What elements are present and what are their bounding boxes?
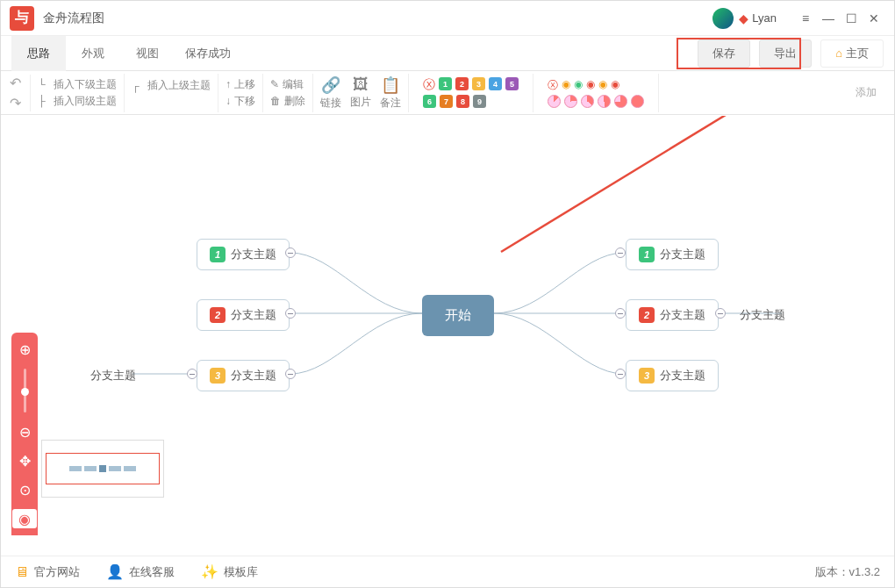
node-left-1[interactable]: 1分支主题 [197, 239, 290, 270]
pie-37[interactable] [581, 95, 594, 108]
undo-button[interactable]: ↶ [10, 75, 21, 91]
marker-row-bottom: 6789 [416, 95, 526, 108]
zoom-out-button[interactable]: ⊖ [15, 422, 34, 441]
port[interactable] [285, 369, 296, 379]
image-label: 图片 [350, 95, 371, 110]
zoom-sidebar: ⊕ ⊖ ✥ ⊙ ◉ [11, 333, 38, 535]
badge-1: 1 [210, 247, 226, 262]
app-logo: 与 [10, 6, 34, 31]
pie-50[interactable] [598, 95, 611, 108]
move-up-button[interactable]: ↑上移 [226, 77, 255, 92]
export-button[interactable]: 导出 [759, 39, 812, 68]
home-button[interactable]: ⌂ 主页 [820, 39, 884, 68]
marker-4[interactable]: 4 [489, 77, 502, 90]
dot-circle-icon[interactable]: ◉ [562, 78, 570, 93]
pie-12[interactable] [548, 95, 561, 108]
move-button[interactable]: ✥ [15, 451, 34, 470]
port[interactable] [285, 247, 296, 258]
save-status: 保存成功 [185, 46, 231, 61]
marker-2[interactable]: 2 [455, 77, 469, 90]
node-label: 分支主题 [231, 307, 276, 323]
port[interactable] [187, 369, 197, 379]
marker-x[interactable]: ⓧ [423, 77, 435, 93]
spark-icon: ✨ [201, 563, 218, 580]
marker-6[interactable]: 6 [423, 95, 436, 108]
support-link[interactable]: 👤在线客服 [106, 563, 175, 580]
pie-25[interactable] [564, 95, 577, 108]
node-label: 分支主题 [231, 368, 276, 384]
child-icon: └ [38, 78, 50, 90]
tab-view[interactable]: 视图 [120, 36, 175, 71]
link-button[interactable]: 🔗链接 [320, 75, 341, 111]
site-label: 官方网站 [34, 564, 80, 580]
edit-button[interactable]: ✎编辑 [270, 77, 305, 92]
support-icon: 👤 [106, 563, 124, 580]
fit-button[interactable]: ⊙ [15, 480, 34, 499]
templates-link[interactable]: ✨模板库 [201, 563, 258, 580]
port[interactable] [285, 308, 296, 319]
insert-parent-label: 插入上级主题 [147, 78, 211, 93]
note-button[interactable]: 📋备注 [380, 75, 401, 111]
zoom-slider[interactable] [24, 369, 26, 412]
node-left-3-child[interactable]: 分支主题 [85, 364, 141, 387]
marker-9[interactable]: 9 [473, 95, 486, 108]
badge-1: 1 [639, 247, 655, 262]
official-site-link[interactable]: 🖥官方网站 [15, 564, 80, 580]
port[interactable] [715, 308, 726, 319]
image-icon: 🖼 [353, 75, 369, 94]
delete-button[interactable]: 🗑删除 [270, 94, 305, 109]
overview-button[interactable]: ◉ [12, 509, 37, 528]
minimize-button[interactable]: — [817, 7, 840, 30]
node-right-2[interactable]: 2分支主题 [626, 299, 719, 331]
node-left-2[interactable]: 2分支主题 [197, 299, 290, 331]
node-right-3[interactable]: 3分支主题 [626, 360, 719, 391]
menu-button[interactable]: ≡ [794, 7, 817, 30]
check-circle-icon[interactable]: ◉ [574, 78, 583, 93]
pie-100[interactable] [631, 95, 644, 108]
node-right-2-child[interactable]: 分支主题 [734, 304, 791, 326]
maximize-button[interactable]: ☐ [840, 7, 863, 30]
port[interactable] [615, 247, 626, 258]
redo-button[interactable]: ↷ [10, 95, 21, 111]
node-label: 分支主题 [231, 247, 276, 262]
marker-8[interactable]: 8 [456, 95, 469, 108]
minimap[interactable] [41, 440, 164, 498]
marker-row-top: ⓧ12345 [416, 77, 526, 93]
x-circle-icon[interactable]: ⓧ [548, 78, 558, 93]
node-left-3[interactable]: 3分支主题 [197, 360, 290, 391]
node-center[interactable]: 开始 [422, 295, 494, 336]
premium-icon: ◆ [739, 11, 748, 25]
insert-child-button[interactable]: └插入下级主题 [38, 77, 117, 92]
star-icon[interactable]: ◉ [598, 78, 607, 93]
avatar[interactable] [712, 8, 734, 29]
close-button[interactable]: ✕ [863, 7, 885, 30]
heart-icon[interactable]: ◉ [611, 78, 619, 93]
tab-mind[interactable]: 思路 [11, 36, 66, 71]
marker-5[interactable]: 5 [505, 77, 519, 90]
move-down-button[interactable]: ↓下移 [226, 94, 255, 109]
templates-label: 模板库 [224, 564, 258, 580]
zoom-in-button[interactable]: ⊕ [15, 340, 34, 359]
username[interactable]: Lyan [752, 11, 777, 25]
marker-1[interactable]: 1 [439, 77, 452, 90]
save-button[interactable]: 保存 [698, 39, 750, 68]
insert-sibling-button[interactable]: ├插入同级主题 [38, 94, 117, 109]
port[interactable] [615, 369, 626, 379]
port[interactable] [615, 308, 626, 319]
addon-label[interactable]: 添加 [847, 85, 885, 100]
tabbar: 思路 外观 视图 保存成功 保存 导出 ⌂ 主页 [1, 36, 894, 71]
node-right-1[interactable]: 1分支主题 [626, 239, 719, 270]
move-down-label: 下移 [234, 94, 255, 109]
app-title: 金舟流程图 [43, 11, 104, 26]
marker-3[interactable]: 3 [472, 77, 485, 90]
down-icon: ↓ [226, 95, 231, 107]
support-label: 在线客服 [129, 564, 175, 580]
insert-sibling-label: 插入同级主题 [54, 94, 117, 109]
badge-3: 3 [210, 368, 226, 384]
image-button[interactable]: 🖼图片 [350, 75, 371, 110]
flag-icon[interactable]: ◉ [586, 78, 595, 93]
tab-appearance[interactable]: 外观 [66, 36, 120, 71]
pie-75[interactable] [614, 95, 627, 108]
insert-parent-button[interactable]: ┌插入上级主题 [132, 78, 211, 93]
marker-7[interactable]: 7 [440, 95, 453, 108]
